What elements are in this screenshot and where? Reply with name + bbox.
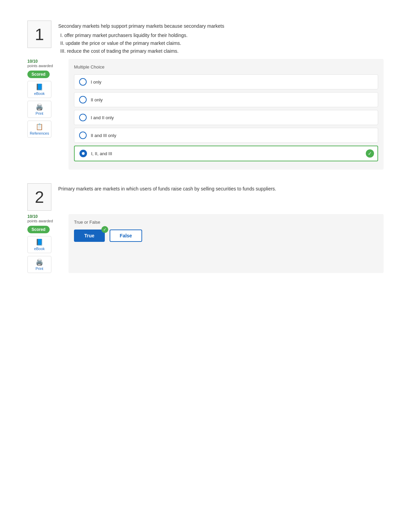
radio-circle-1-1 bbox=[79, 78, 87, 86]
choice-label-1-3: I and II only bbox=[91, 115, 114, 120]
choice-label-1-4: II and III only bbox=[91, 133, 116, 138]
true-button-2[interactable]: True bbox=[74, 230, 105, 242]
references-label: References bbox=[30, 131, 49, 135]
choice-label-1-2: II only bbox=[91, 97, 103, 102]
sidebar-meta-1: 10/10points awardedScored📘eBook🖨️Print📋R… bbox=[27, 59, 62, 170]
question-options-list-1: I. offer primary market purchasers liqui… bbox=[58, 32, 384, 55]
points-value-2: 10/10 bbox=[27, 214, 38, 219]
radio-circle-1-4 bbox=[79, 132, 87, 139]
question-number-1: 1 bbox=[27, 21, 51, 48]
answer-type-label-1: Multiple Choice bbox=[74, 64, 378, 70]
choice-option-1-2[interactable]: II only bbox=[74, 92, 378, 107]
question-text-1: Secondary markets help support primary m… bbox=[58, 21, 384, 55]
scored-badge-1: Scored bbox=[27, 71, 50, 78]
question-stem-2: Primary markets are markets in which use… bbox=[58, 185, 384, 193]
meta-content-row-2: 10/10points awardedScored📘eBook🖨️PrintTr… bbox=[27, 214, 384, 273]
ebook-icon: 📘 bbox=[36, 238, 43, 246]
question-number-2: 2 bbox=[27, 183, 51, 211]
answer-type-label-2: True or False bbox=[74, 220, 378, 225]
ebook-button-2[interactable]: 📘eBook bbox=[27, 236, 51, 253]
choice-label-1-5: I, II, and III bbox=[91, 151, 112, 156]
points-sub-2: points awarded bbox=[27, 219, 53, 223]
question-top-row-1: 1Secondary markets help support primary … bbox=[27, 21, 384, 55]
question-option-1-2: II. update the price or value of the pri… bbox=[60, 40, 384, 47]
choice-option-1-3[interactable]: I and II only bbox=[74, 110, 378, 125]
question-option-1-1: I. offer primary market purchasers liqui… bbox=[60, 32, 384, 39]
choice-option-1-1[interactable]: I only bbox=[74, 74, 378, 89]
answer-content-1: Multiple ChoiceI onlyII onlyI and II onl… bbox=[68, 59, 384, 170]
question-block-2: 2Primary markets are markets in which us… bbox=[27, 183, 384, 273]
false-button-2[interactable]: False bbox=[110, 230, 142, 242]
print-button-2[interactable]: 🖨️Print bbox=[27, 256, 51, 273]
choice-label-1-1: I only bbox=[91, 79, 101, 85]
print-button-1[interactable]: 🖨️Print bbox=[27, 101, 51, 118]
radio-circle-1-5 bbox=[79, 150, 87, 157]
print-icon: 🖨️ bbox=[36, 103, 43, 111]
choice-option-1-4[interactable]: II and III only bbox=[74, 128, 378, 143]
print-label: Print bbox=[36, 267, 43, 271]
radio-circle-1-2 bbox=[79, 96, 87, 103]
ebook-button-1[interactable]: 📘eBook bbox=[27, 81, 51, 98]
ebook-label: eBook bbox=[34, 247, 45, 251]
answer-content-2: True or FalseTrue✓False bbox=[68, 214, 384, 273]
meta-content-row-1: 10/10points awardedScored📘eBook🖨️Print📋R… bbox=[27, 59, 384, 170]
print-icon: 🖨️ bbox=[36, 258, 43, 266]
references-button-1[interactable]: 📋References bbox=[27, 121, 51, 138]
print-label: Print bbox=[36, 111, 43, 115]
true-wrap-2: True✓ bbox=[74, 230, 105, 242]
question-block-1: 1Secondary markets help support primary … bbox=[27, 21, 384, 170]
question-stem-1: Secondary markets help support primary m… bbox=[58, 23, 384, 30]
scored-badge-2: Scored bbox=[27, 226, 50, 233]
question-top-row-2: 2Primary markets are markets in which us… bbox=[27, 183, 384, 211]
radio-circle-1-3 bbox=[79, 114, 87, 121]
points-row-2: 10/10points awarded bbox=[27, 214, 53, 223]
choice-option-1-5[interactable]: I, II, and III✓ bbox=[74, 146, 378, 161]
points-value-1: 10/10 bbox=[27, 59, 38, 64]
references-icon: 📋 bbox=[36, 123, 43, 131]
check-badge-1-5: ✓ bbox=[366, 149, 374, 158]
ebook-label: eBook bbox=[34, 91, 45, 96]
question-text-2: Primary markets are markets in which use… bbox=[58, 183, 384, 195]
points-sub-1: points awarded bbox=[27, 64, 53, 68]
tf-row-2: True✓False bbox=[74, 230, 378, 242]
question-option-1-3: III. reduce the cost of trading the prim… bbox=[60, 48, 384, 55]
sidebar-meta-2: 10/10points awardedScored📘eBook🖨️Print bbox=[27, 214, 62, 273]
points-row-1: 10/10points awarded bbox=[27, 59, 53, 68]
ebook-icon: 📘 bbox=[36, 83, 43, 91]
tf-check-badge-2: ✓ bbox=[101, 226, 108, 233]
